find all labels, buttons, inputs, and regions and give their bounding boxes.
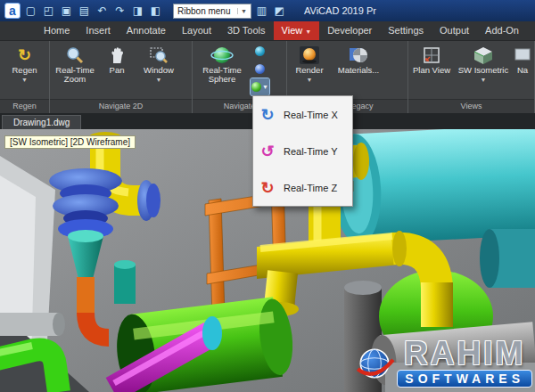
workspace-icon[interactable]: ◩	[272, 3, 287, 19]
rotate-x-icon: ↻	[259, 105, 276, 125]
rotate-z-icon: ↻	[259, 178, 276, 198]
menu-item-label: Real-Time Y	[284, 146, 338, 157]
ribbon-group-views: Plan View SW Isometric ▼	[408, 41, 535, 113]
render-icon	[299, 45, 320, 66]
teal-cylinder-small	[114, 265, 136, 304]
materials-button[interactable]: Materials...	[331, 42, 386, 98]
real-time-sphere-small-button[interactable]	[251, 43, 269, 60]
tab-view[interactable]: View▼	[274, 21, 320, 40]
gray-pipe-left-cap	[53, 313, 65, 336]
real-time-zoom-label: Real-Time Zoom	[53, 66, 97, 84]
menu-item-real-time-y[interactable]: ↺ Real-Time Y	[253, 133, 352, 169]
pan-label: Pan	[110, 66, 125, 75]
undo-icon[interactable]: ↶	[95, 3, 110, 19]
render-button[interactable]: Render ▼	[289, 42, 330, 98]
save-as-icon[interactable]: ▥	[254, 3, 269, 19]
blue-flange-stack	[49, 168, 122, 239]
chevron-down-icon: ▼	[307, 76, 313, 85]
sphere-icon	[255, 46, 265, 56]
open-folder-icon[interactable]: ◰	[41, 3, 56, 19]
tab-3d-tools[interactable]: 3D Tools	[219, 21, 274, 40]
window-zoom-icon	[149, 45, 169, 65]
real-time-zoom-button[interactable]: Real-Time Zoom	[52, 42, 98, 98]
chevron-down-icon: ▼	[262, 84, 268, 90]
chevron-down-icon: ▼	[481, 76, 487, 85]
sw-isometric-button[interactable]: SW Isometric ▼	[454, 42, 513, 98]
cutoff-ribbon-button[interactable]: Na	[514, 42, 531, 98]
copy-icon[interactable]: ◨	[130, 3, 145, 19]
app-logo[interactable]: a	[4, 3, 21, 19]
plan-view-label: Plan View	[413, 66, 450, 75]
sw-isometric-label: SW Isometric	[458, 66, 508, 75]
regen-icon: ↻	[18, 51, 31, 60]
real-time-sphere-label: Real-Time Sphere	[195, 66, 249, 84]
teal-funnel-top	[68, 230, 103, 242]
regen-button-label: Regen	[12, 66, 37, 75]
tab-output[interactable]: Output	[432, 21, 477, 40]
sphere-icon	[251, 82, 261, 92]
window-zoom-button[interactable]: Window ▼	[136, 42, 182, 98]
chevron-down-icon: ▼	[21, 76, 28, 85]
viewport-corner-label: [SW Isometric] [2D Wireframe]	[4, 135, 136, 149]
group-label-views: Views	[408, 99, 534, 113]
materials-label: Materials...	[338, 66, 379, 75]
watermark-subtitle: SOFTWARES	[397, 370, 532, 388]
ribbon-menu-value: Ribbon menu	[177, 6, 230, 16]
hand-icon	[108, 45, 126, 65]
menu-item-label: Real-Time Z	[284, 183, 337, 193]
group-label-regen: Regen	[0, 99, 49, 113]
tab-developer[interactable]: Developer	[319, 21, 380, 40]
named-views-icon	[514, 46, 531, 64]
save-icon[interactable]: ▣	[59, 3, 74, 19]
tab-settings[interactable]: Settings	[380, 21, 432, 40]
menu-item-real-time-x[interactable]: ↻ Real-Time X	[253, 96, 352, 133]
new-file-icon[interactable]: ▢	[23, 3, 38, 19]
redo-icon[interactable]: ↷	[112, 3, 128, 19]
gray-pipe-left	[0, 313, 59, 336]
constrained-orbit-button[interactable]	[251, 61, 269, 78]
titlebar: a ▢ ◰ ▣ ▤ ↶ ↷ ◨ ◧ Ribbon menu ▼ ▥ ◩ AViC…	[0, 0, 535, 21]
cutoff-button-label: Na	[517, 66, 528, 75]
globe-icon	[354, 343, 395, 384]
tab-layout[interactable]: Layout	[174, 21, 219, 40]
sphere-icon	[255, 64, 265, 74]
magnifier-icon	[65, 45, 85, 65]
group-label-navigate-2d: Navigate 2D	[50, 99, 192, 113]
rotate-flyout-menu: ↻ Real-Time X ↺ Real-Time Y ↻ Real-Time …	[252, 95, 353, 207]
dark-gray-pipe-cap	[344, 281, 382, 295]
plot-icon[interactable]: ▤	[77, 3, 92, 19]
ribbon-group-regen: ↻ Regen ▼ Regen	[0, 41, 50, 113]
tab-insert[interactable]: Insert	[78, 21, 119, 40]
window-zoom-label: Window	[144, 66, 174, 75]
chevron-down-icon[interactable]: ▼	[237, 8, 247, 14]
rotate-y-icon: ↺	[259, 142, 276, 161]
rotate-flyout-toggle[interactable]: ▼	[251, 78, 269, 95]
tab-annotate[interactable]: Annotate	[119, 21, 174, 40]
plan-view-icon	[422, 45, 441, 65]
ribbon-tab-bar: Home Insert Annotate Layout 3D Tools Vie…	[0, 21, 535, 41]
isometric-cube-icon	[473, 45, 494, 65]
tab-home[interactable]: Home	[36, 21, 78, 40]
watermark: RAHIM SOFTWARES	[354, 339, 532, 388]
ribbon-menu-combobox[interactable]: Ribbon menu ▼	[173, 4, 251, 19]
teal-cylinder-cap	[114, 260, 136, 269]
render-label: Render	[295, 66, 323, 75]
materials-icon	[348, 45, 369, 66]
rotate-buttons-column: ▼	[251, 42, 269, 95]
menu-item-label: Real-Time X	[284, 110, 338, 120]
paste-icon[interactable]: ◧	[148, 3, 163, 19]
menu-item-real-time-z[interactable]: ↻ Real-Time Z	[253, 169, 352, 206]
regen-button[interactable]: ↻ Regen ▼	[2, 42, 47, 98]
document-tab-drawing1[interactable]: Drawing1.dwg	[2, 115, 81, 129]
real-time-sphere-button[interactable]: Real-Time Sphere	[194, 42, 250, 98]
pan-button[interactable]: Pan	[99, 42, 135, 98]
tab-add-on[interactable]: Add-On	[477, 21, 527, 40]
window-title: AViCAD 2019 Pr	[304, 5, 376, 16]
plan-view-button[interactable]: Plan View	[410, 42, 453, 98]
orange-pipe-left	[77, 277, 95, 316]
sphere-icon	[210, 45, 234, 66]
chevron-down-icon: ▼	[156, 76, 162, 85]
tab-view-label: View	[282, 25, 303, 36]
avicad-window: a ▢ ◰ ▣ ▤ ↶ ↷ ◨ ◧ Ribbon menu ▼ ▥ ◩ AViC…	[0, 0, 535, 392]
ribbon-group-navigate-2d: Real-Time Zoom Pan	[50, 41, 193, 113]
